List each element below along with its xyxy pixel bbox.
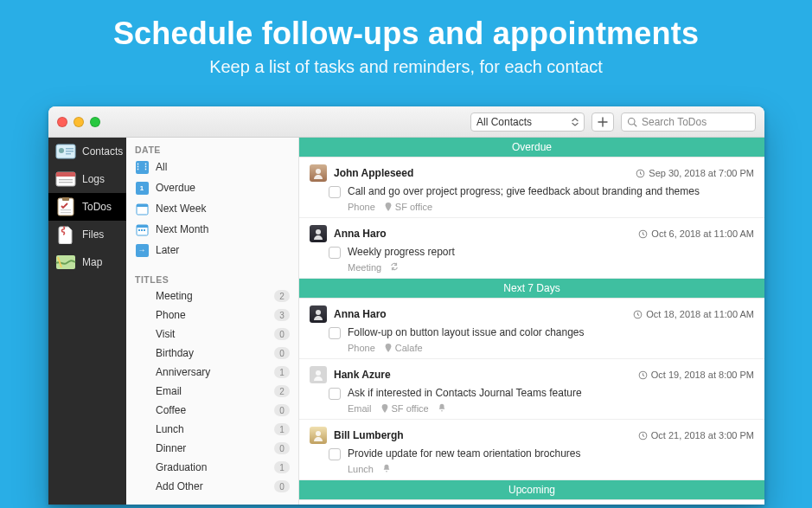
todo-item[interactable]: John Appleseed Nov 1, 2018 at 2:00 PM Ca…: [299, 500, 764, 505]
filter-label: Phone: [156, 309, 186, 321]
filter-label: Anniversary: [156, 366, 210, 378]
close-icon[interactable]: [57, 117, 67, 127]
svg-point-31: [441, 410, 443, 412]
svg-rect-6: [66, 153, 71, 155]
scope-label: All Contacts: [476, 116, 532, 128]
filter-section-titles: TITLES: [126, 267, 298, 286]
date-filter-all[interactable]: ⋮⋮All: [126, 157, 298, 177]
scope-popup[interactable]: All Contacts: [470, 113, 585, 132]
nav-item-map[interactable]: Map: [48, 248, 126, 276]
todo-item[interactable]: Anna Haro Oct 6, 2018 at 11:00 AM Weekly…: [299, 218, 764, 279]
bell-icon: [382, 464, 391, 474]
app-window: All Contacts Search ToDos ContactsLogsTo…: [48, 106, 764, 505]
svg-line-1: [634, 124, 636, 126]
todo-item[interactable]: Bill Lumbergh Oct 21, 2018 at 3:00 PM Pr…: [299, 420, 764, 480]
todo-kind: Email: [348, 403, 372, 414]
todo-meta: Meeting: [348, 262, 754, 273]
title-filter-visit[interactable]: Visit0: [126, 325, 298, 344]
svg-rect-12: [62, 197, 69, 201]
count-badge: 1: [274, 423, 290, 435]
files-icon: [55, 227, 76, 242]
hero-subtitle: Keep a list of tasks and reminders, for …: [0, 57, 812, 77]
todo-date: Oct 18, 2018 at 11:00 AM: [633, 309, 754, 319]
nav-item-todos[interactable]: ToDos: [48, 193, 126, 221]
todo-item[interactable]: Anna Haro Oct 18, 2018 at 11:00 AM Follo…: [299, 299, 764, 359]
count-badge: 0: [274, 347, 290, 359]
nav-item-logs[interactable]: Logs: [48, 165, 126, 193]
toolbar: All Contacts Search ToDos: [470, 113, 756, 132]
nav-label: ToDos: [82, 201, 112, 213]
filter-label: Lunch: [156, 423, 184, 435]
date-filter-later[interactable]: →Later: [126, 240, 298, 260]
contact-name: Anna Haro: [334, 228, 387, 240]
todo-item[interactable]: John Appleseed Sep 30, 2018 at 7:00 PM C…: [299, 158, 764, 218]
title-filter-meeting[interactable]: Meeting2: [126, 286, 298, 305]
checkbox[interactable]: [329, 388, 341, 400]
todo-meta: PhoneSF office: [348, 202, 754, 212]
zoom-icon[interactable]: [90, 117, 100, 127]
filter-label: Next Week: [156, 203, 206, 215]
sidebar-nav: ContactsLogsToDosFilesMap: [48, 138, 126, 505]
todo-description: Provide update for new team orientation …: [348, 447, 754, 460]
date-filter-next-week[interactable]: Next Week: [126, 198, 298, 219]
svg-rect-14: [61, 212, 71, 213]
todo-description: Follow-up on button layout issue and col…: [348, 326, 754, 338]
title-filter-coffee[interactable]: Coffee0: [126, 401, 298, 420]
todo-meta: Lunch: [348, 464, 754, 474]
filter-label: Graduation: [156, 461, 207, 473]
todo-description: Call and go over project progress; give …: [348, 185, 754, 197]
title-filter-phone[interactable]: Phone3: [126, 305, 298, 325]
plus-icon: [598, 117, 608, 127]
nav-item-contacts[interactable]: Contacts: [48, 138, 126, 165]
add-button[interactable]: [591, 113, 614, 132]
search-icon: [627, 117, 637, 127]
nav-label: Logs: [82, 173, 105, 185]
svg-rect-9: [59, 179, 73, 180]
marketing-hero: Schedule follow-ups and appointments Kee…: [0, 0, 812, 77]
svg-rect-22: [144, 229, 145, 231]
checkbox[interactable]: [329, 186, 341, 198]
todos-icon: [55, 199, 76, 215]
svg-point-29: [316, 370, 321, 376]
title-filter-lunch[interactable]: Lunch1: [126, 420, 298, 439]
search-input[interactable]: Search ToDos: [621, 113, 756, 132]
titlebar: All Contacts Search ToDos: [48, 106, 764, 138]
filter-column: DATE ⋮⋮All1OverdueNext WeekNext Month→La…: [126, 138, 299, 505]
repeat-icon: [390, 262, 399, 273]
count-badge: 2: [274, 385, 290, 397]
nav-item-files[interactable]: Files: [48, 221, 126, 248]
title-filter-anniversary[interactable]: Anniversary1: [126, 363, 298, 382]
title-filter-birthday[interactable]: Birthday0: [126, 344, 298, 363]
svg-rect-20: [138, 229, 140, 231]
count-badge: 1: [274, 366, 290, 378]
svg-rect-17: [137, 204, 148, 207]
checkbox[interactable]: [329, 247, 341, 259]
todo-item[interactable]: Hank Azure Oct 19, 2018 at 8:00 PM Ask i…: [299, 359, 764, 420]
title-filter-email[interactable]: Email2: [126, 382, 298, 401]
count-badge: 0: [274, 480, 290, 492]
todo-kind: Phone: [348, 343, 375, 353]
todo-description: Weekly progress report: [348, 246, 754, 258]
todo-date: Oct 19, 2018 at 8:00 PM: [638, 370, 754, 380]
count-badge: 0: [274, 328, 290, 340]
contact-name: Hank Azure: [334, 369, 391, 381]
minimize-icon[interactable]: [74, 117, 84, 127]
section-header: Next 7 Days: [299, 279, 764, 299]
title-filter-dinner[interactable]: Dinner0: [126, 439, 298, 458]
filter-label: Overdue: [156, 182, 195, 194]
date-filter-overdue[interactable]: 1Overdue: [126, 177, 298, 198]
filter-label: Birthday: [156, 347, 194, 359]
calendar-icon: [135, 202, 149, 215]
title-filter-add-other[interactable]: Add Other0: [126, 477, 298, 496]
svg-rect-8: [56, 172, 75, 177]
checkbox[interactable]: [329, 327, 341, 339]
checkbox[interactable]: [329, 448, 341, 460]
filter-label: Visit: [156, 328, 175, 340]
title-filter-graduation[interactable]: Graduation1: [126, 458, 298, 477]
todo-meta: EmailSF office: [348, 403, 754, 414]
todo-kind: Meeting: [348, 262, 381, 273]
date-filter-next-month[interactable]: Next Month: [126, 219, 298, 240]
filter-label: All: [156, 161, 167, 173]
contact-name: Bill Lumbergh: [334, 429, 404, 441]
todo-date: Sep 30, 2018 at 7:00 PM: [636, 168, 754, 178]
